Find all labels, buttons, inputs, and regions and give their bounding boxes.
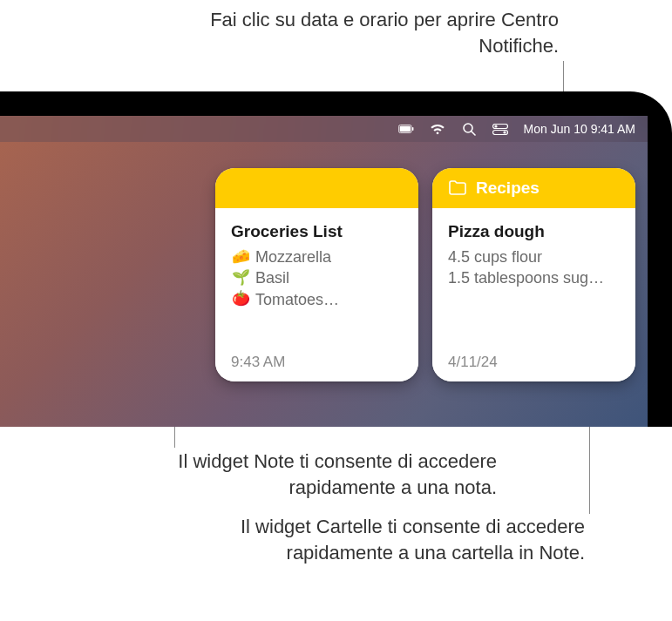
folder-icon [448,180,467,196]
note-line-text: Tomatoes… [255,289,339,310]
folder-line-text: 1.5 tablespoons sug… [448,267,604,288]
cheese-emoji-icon: 🧀 [231,247,250,267]
spotlight-search-icon[interactable] [461,121,477,137]
note-line-text: Basil [255,267,289,288]
note-widget-body: Groceries List 🧀 Mozzarella 🌱 Basil 🍅 To… [215,208,418,381]
svg-point-6 [494,125,497,127]
notes-folder-widget[interactable]: Recipes Pizza dough 4.5 cups flour 1.5 t… [432,168,635,381]
note-widget-line: 🍅 Tomatoes… [231,289,403,310]
control-center-icon[interactable] [492,121,508,137]
folder-widget-body: Pizza dough 4.5 cups flour 1.5 tablespoo… [432,208,635,381]
widgets-area: Groceries List 🧀 Mozzarella 🌱 Basil 🍅 To… [215,168,635,381]
callout-note-widget: Il widget Note ti consente di accedere r… [148,449,497,500]
folder-line-text: 4.5 cups flour [448,246,542,267]
battery-icon[interactable] [398,121,414,137]
folder-widget-note-title: Pizza dough [448,222,620,241]
note-widget-header [215,168,418,208]
callout-top: Fai clic su data e orario per aprire Cen… [193,7,559,58]
menu-bar: Mon Jun 10 9:41 AM [0,116,648,142]
tomato-emoji-icon: 🍅 [231,289,250,309]
folder-widget-header-title: Recipes [476,179,540,198]
menu-datetime[interactable]: Mon Jun 10 9:41 AM [524,122,635,136]
note-widget-line: 🌱 Basil [231,267,403,288]
folder-widget-line: 4.5 cups flour [448,246,620,267]
folder-widget-header: Recipes [432,168,635,208]
notes-note-widget[interactable]: Groceries List 🧀 Mozzarella 🌱 Basil 🍅 To… [215,168,418,381]
svg-line-4 [472,132,475,135]
svg-rect-1 [399,126,410,132]
svg-rect-2 [412,127,413,131]
folder-widget-line: 1.5 tablespoons sug… [448,267,620,288]
note-widget-title: Groceries List [231,222,403,241]
note-widget-timestamp: 9:43 AM [231,354,403,371]
basil-emoji-icon: 🌱 [231,268,250,288]
callout-folder-widget: Il widget Cartelle ti consente di accede… [236,514,585,565]
svg-point-8 [503,131,506,133]
callout-bottom-line [589,418,590,514]
folder-widget-date: 4/11/24 [448,354,620,371]
note-widget-line: 🧀 Mozzarella [231,246,403,267]
note-line-text: Mozzarella [255,246,331,267]
desktop-frame: Mon Jun 10 9:41 AM Groceries List 🧀 Mozz… [0,91,672,427]
wifi-icon[interactable] [430,121,445,137]
